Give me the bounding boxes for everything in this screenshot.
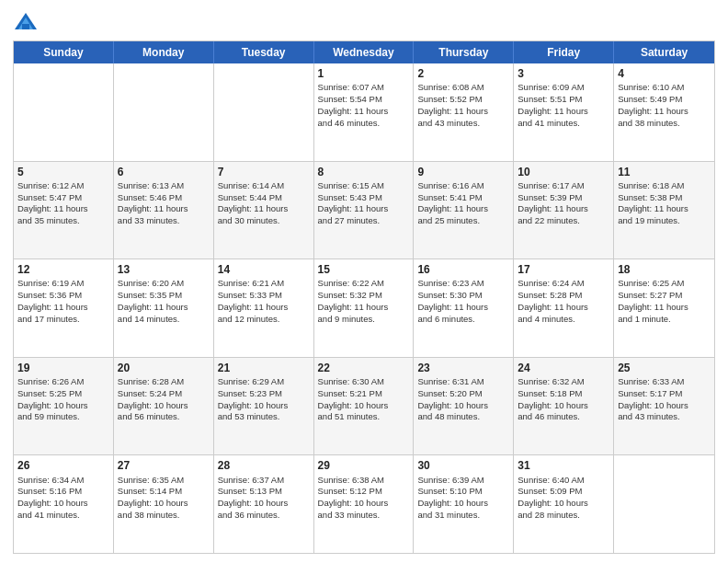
cell-line: and 12 minutes. (218, 314, 310, 326)
cell-line: Sunset: 5:30 PM (417, 290, 509, 302)
calendar-cell: 10Sunrise: 6:17 AMSunset: 5:39 PMDayligh… (514, 162, 614, 259)
calendar-cell: 8Sunrise: 6:15 AMSunset: 5:43 PMDaylight… (314, 162, 415, 259)
calendar-cell: 18Sunrise: 6:25 AMSunset: 5:27 PMDayligh… (614, 259, 714, 357)
cell-day-number: 9 (417, 165, 509, 179)
calendar-cell: 13Sunrise: 6:20 AMSunset: 5:35 PMDayligh… (114, 259, 214, 357)
cell-line: Sunrise: 6:09 AM (518, 82, 609, 94)
cell-day-number: 13 (118, 262, 210, 277)
cell-line: Daylight: 11 hours (318, 302, 410, 314)
cell-line: and 17 minutes. (17, 314, 109, 326)
calendar-cell: 28Sunrise: 6:37 AMSunset: 5:13 PMDayligh… (214, 455, 314, 553)
day-header-sunday: Sunday (14, 41, 114, 63)
cell-day-number: 26 (17, 458, 109, 473)
cell-day-number: 5 (17, 165, 109, 179)
calendar-cell: 16Sunrise: 6:23 AMSunset: 5:30 PMDayligh… (414, 259, 514, 357)
cell-line: Daylight: 11 hours (518, 106, 609, 118)
cell-line: Sunset: 5:28 PM (518, 290, 609, 302)
cell-line: Sunset: 5:14 PM (118, 486, 210, 498)
cell-day-number: 4 (618, 66, 711, 81)
cell-day-number: 16 (417, 262, 509, 277)
cell-line: and 51 minutes. (318, 411, 410, 423)
calendar-row-0: 1Sunrise: 6:07 AMSunset: 5:54 PMDaylight… (14, 63, 714, 161)
cell-line: Sunset: 5:17 PM (618, 388, 711, 400)
cell-line: Sunrise: 6:39 AM (417, 475, 509, 487)
page: SundayMondayTuesdayWednesdayThursdayFrid… (0, 0, 728, 563)
day-header-saturday: Saturday (614, 41, 714, 63)
calendar-cell (114, 63, 214, 161)
cell-line: Sunset: 5:25 PM (17, 388, 109, 400)
cell-line: Daylight: 11 hours (218, 302, 310, 314)
cell-line: Sunset: 5:18 PM (518, 388, 609, 400)
cell-line: Sunrise: 6:10 AM (618, 82, 711, 94)
cell-line: Sunrise: 6:24 AM (518, 278, 609, 290)
cell-line: Daylight: 10 hours (218, 498, 310, 510)
calendar-cell: 11Sunrise: 6:18 AMSunset: 5:38 PMDayligh… (614, 162, 714, 259)
cell-line: and 41 minutes. (518, 118, 609, 130)
cell-line: Sunset: 5:35 PM (118, 290, 210, 302)
cell-line: Daylight: 10 hours (218, 400, 310, 412)
cell-line: and 1 minute. (618, 314, 711, 326)
cell-day-number: 1 (318, 66, 410, 81)
cell-day-number: 14 (218, 262, 310, 277)
cell-line: and 43 minutes. (618, 411, 711, 423)
cell-line: and 33 minutes. (118, 215, 210, 227)
cell-line: Daylight: 11 hours (618, 106, 711, 118)
cell-line: Sunrise: 6:22 AM (318, 278, 410, 290)
cell-day-number: 20 (118, 361, 210, 375)
cell-line: and 14 minutes. (118, 314, 210, 326)
cell-line: and 41 minutes. (17, 510, 109, 522)
cell-line: and 53 minutes. (218, 411, 310, 423)
cell-line: Daylight: 10 hours (318, 400, 410, 412)
cell-line: Sunset: 5:09 PM (518, 486, 609, 498)
calendar-cell: 22Sunrise: 6:30 AMSunset: 5:21 PMDayligh… (314, 358, 415, 455)
calendar-cell: 19Sunrise: 6:26 AMSunset: 5:25 PMDayligh… (14, 358, 114, 455)
cell-line: Daylight: 10 hours (518, 498, 609, 510)
cell-line: Sunset: 5:13 PM (218, 486, 310, 498)
cell-line: and 38 minutes. (118, 510, 210, 522)
cell-line: and 27 minutes. (318, 215, 410, 227)
logo (13, 9, 42, 35)
cell-line: and 46 minutes. (318, 118, 410, 130)
cell-line: and 38 minutes. (618, 118, 711, 130)
cell-line: Sunrise: 6:38 AM (318, 475, 410, 487)
cell-line: Daylight: 11 hours (118, 203, 210, 215)
cell-line: Daylight: 11 hours (618, 302, 711, 314)
cell-line: and 6 minutes. (417, 314, 509, 326)
cell-day-number: 8 (318, 165, 410, 179)
cell-line: Sunset: 5:10 PM (417, 486, 509, 498)
cell-line: and 36 minutes. (218, 510, 310, 522)
calendar-row-4: 26Sunrise: 6:34 AMSunset: 5:16 PMDayligh… (14, 454, 714, 553)
cell-line: Daylight: 10 hours (118, 400, 210, 412)
calendar-cell (14, 63, 114, 161)
calendar-body: 1Sunrise: 6:07 AMSunset: 5:54 PMDaylight… (14, 63, 714, 553)
cell-line: Sunrise: 6:14 AM (218, 180, 310, 192)
cell-line: and 9 minutes. (318, 314, 410, 326)
calendar-cell: 14Sunrise: 6:21 AMSunset: 5:33 PMDayligh… (214, 259, 314, 357)
day-header-wednesday: Wednesday (314, 41, 415, 63)
cell-line: Sunrise: 6:17 AM (518, 180, 609, 192)
cell-line: Sunset: 5:46 PM (118, 192, 210, 204)
day-header-monday: Monday (114, 41, 214, 63)
cell-day-number: 12 (17, 262, 109, 277)
cell-line: Sunrise: 6:37 AM (218, 475, 310, 487)
cell-line: Daylight: 11 hours (118, 302, 210, 314)
cell-day-number: 18 (618, 262, 711, 277)
cell-line: Daylight: 11 hours (518, 203, 609, 215)
calendar-row-3: 19Sunrise: 6:26 AMSunset: 5:25 PMDayligh… (14, 357, 714, 455)
cell-line: and 59 minutes. (17, 411, 109, 423)
calendar-cell: 1Sunrise: 6:07 AMSunset: 5:54 PMDaylight… (314, 63, 415, 161)
cell-line: Sunset: 5:44 PM (218, 192, 310, 204)
cell-line: Daylight: 11 hours (318, 203, 410, 215)
cell-line: Daylight: 11 hours (618, 203, 711, 215)
cell-line: Sunset: 5:47 PM (17, 192, 109, 204)
calendar-cell: 9Sunrise: 6:16 AMSunset: 5:41 PMDaylight… (414, 162, 514, 259)
calendar-cell: 4Sunrise: 6:10 AMSunset: 5:49 PMDaylight… (614, 63, 714, 161)
cell-day-number: 22 (318, 361, 410, 375)
cell-line: Sunset: 5:52 PM (417, 94, 509, 106)
calendar-cell: 21Sunrise: 6:29 AMSunset: 5:23 PMDayligh… (214, 358, 314, 455)
calendar-cell: 23Sunrise: 6:31 AMSunset: 5:20 PMDayligh… (414, 358, 514, 455)
cell-line: Daylight: 11 hours (417, 106, 509, 118)
cell-line: Daylight: 10 hours (17, 498, 109, 510)
cell-day-number: 28 (218, 458, 310, 473)
cell-line: and 4 minutes. (518, 314, 609, 326)
